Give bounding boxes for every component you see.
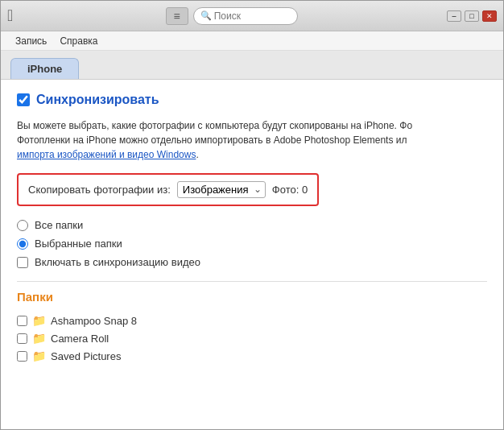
info-text: Вы можете выбрать, какие фотографии с ко…	[17, 118, 487, 162]
menu-item-account[interactable]: Запись	[9, 34, 53, 48]
list-item: 📁 Saved Pictures	[17, 347, 487, 365]
option-row-all-folders: Все папки	[17, 219, 487, 231]
folder-checkbox-camera-roll[interactable]	[17, 333, 27, 344]
folder-checkbox-saved-pictures[interactable]	[17, 351, 27, 362]
photo-count: Фото: 0	[272, 184, 308, 196]
folder-checkbox-ashampoo[interactable]	[17, 316, 27, 326]
folder-list: 📁 Ashampoo Snap 8 📁 Camera Roll 📁 Saved …	[17, 312, 487, 365]
checkbox-include-video[interactable]	[17, 257, 28, 268]
folders-section: Папки 📁 Ashampoo Snap 8 📁 Camera Roll 📁 …	[17, 290, 487, 365]
info-text-line2: Фотопленки на iPhone можно отдельно импо…	[17, 134, 407, 146]
minimize-button[interactable]: –	[447, 10, 461, 22]
label-include-video: Включать в синхронизацию видео	[35, 256, 200, 268]
sync-label: Синхронизировать	[36, 93, 159, 107]
copy-select-wrapper: Изображения Фотографии Другая папка	[177, 181, 266, 198]
radio-all-folders[interactable]	[17, 220, 28, 231]
title-bar:  ≡ 🔍 – □ ✕	[1, 1, 503, 31]
window-controls: – □ ✕	[447, 10, 497, 22]
folder-name-saved-pictures: Saved Pictures	[51, 350, 121, 362]
copy-section: Скопировать фотографии из: Изображения Ф…	[17, 173, 319, 206]
list-icon: ≡	[174, 10, 180, 23]
folder-name-camera-roll: Camera Roll	[51, 333, 109, 345]
list-view-button[interactable]: ≡	[166, 7, 188, 25]
main-window:  ≡ 🔍 – □ ✕ Запись Справка	[0, 0, 504, 430]
info-text-end: .	[196, 149, 198, 160]
maximize-button[interactable]: □	[465, 10, 479, 22]
tab-iphone[interactable]: iPhone	[10, 58, 79, 79]
option-row-selected-folders: Выбранные папки	[17, 238, 487, 250]
title-bar-left: 	[7, 6, 16, 25]
radio-selected-folders[interactable]	[17, 238, 28, 250]
close-button[interactable]: ✕	[482, 10, 497, 22]
sync-checkbox[interactable]	[17, 93, 30, 106]
folder-icon: 📁	[32, 332, 46, 345]
options-section: Все папки Выбранные папки Включать в син…	[17, 219, 487, 268]
search-icon: 🔍	[200, 10, 212, 21]
label-all-folders: Все папки	[35, 219, 83, 231]
label-selected-folders: Выбранные папки	[35, 238, 122, 250]
divider	[17, 281, 487, 282]
apple-logo-icon: 	[7, 6, 13, 25]
folders-header: Папки	[17, 290, 487, 304]
search-input[interactable]	[214, 10, 291, 22]
folder-icon: 📁	[32, 314, 46, 327]
copy-source-select[interactable]: Изображения Фотографии Другая папка	[177, 181, 266, 198]
search-box[interactable]: 🔍	[193, 7, 298, 25]
folder-icon: 📁	[32, 349, 46, 362]
info-link[interactable]: импорта изображений и видео Windows	[17, 149, 196, 160]
menu-item-help[interactable]: Справка	[53, 34, 104, 48]
copy-label: Скопировать фотографии из:	[28, 184, 171, 196]
title-bar-center: ≡ 🔍	[166, 7, 298, 25]
tab-area: iPhone	[1, 51, 503, 80]
list-item: 📁 Camera Roll	[17, 329, 487, 347]
folder-name-ashampoo: Ashampoo Snap 8	[51, 315, 137, 327]
menu-bar: Запись Справка	[1, 31, 503, 51]
info-text-line1: Вы можете выбрать, какие фотографии с ко…	[17, 120, 412, 131]
sync-header: Синхронизировать	[17, 93, 487, 107]
main-content: Синхронизировать Вы можете выбрать, каки…	[1, 80, 503, 429]
list-item: 📁 Ashampoo Snap 8	[17, 312, 487, 329]
option-row-include-video: Включать в синхронизацию видео	[17, 256, 487, 268]
